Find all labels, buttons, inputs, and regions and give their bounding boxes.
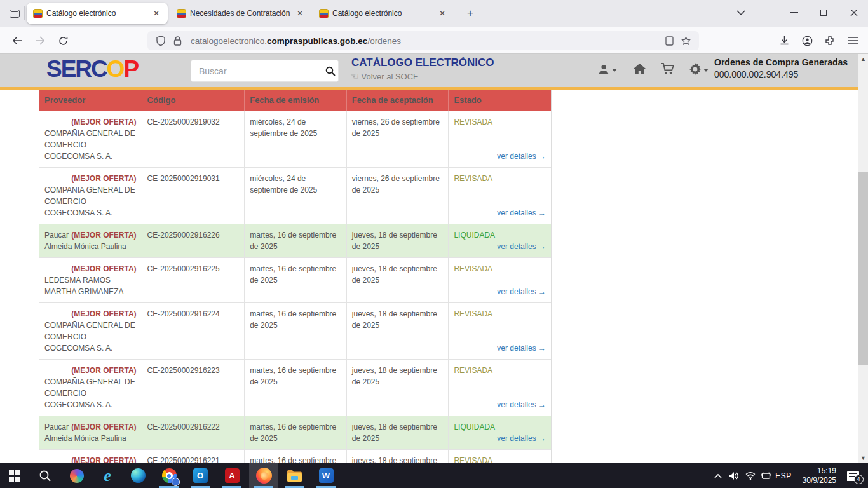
- ver-detalles-link[interactable]: ver detalles →: [497, 241, 546, 252]
- cell-proveedor: (MEJOR OFERTA)COMPAÑIA GENERAL DE COMERC…: [39, 360, 142, 416]
- firefox-icon[interactable]: [249, 463, 278, 488]
- firefox-view-icon[interactable]: [6, 6, 23, 21]
- clock[interactable]: 15:19 30/9/2025: [796, 463, 836, 488]
- cell-aceptacion: viernes, 26 de septiembre de 2025: [347, 168, 449, 224]
- table-row: (MEJOR OFERTA)LEDESMA RAMOS MARTHA GRIMA…: [39, 257, 551, 302]
- connect-display-icon[interactable]: [757, 463, 774, 488]
- file-explorer-icon[interactable]: [280, 463, 309, 488]
- cell-aceptacion: jueves, 18 de septiembre de 2025: [347, 416, 449, 449]
- chrome-icon[interactable]: [154, 463, 184, 488]
- table-header-row: Proveedor Código Fecha de emisión Fecha …: [39, 90, 551, 111]
- cell-estado: LIQUIDADA ver detalles →: [449, 224, 551, 257]
- scroll-down-icon[interactable]: ▼: [858, 453, 868, 463]
- ver-detalles-link[interactable]: ver detalles →: [497, 342, 546, 354]
- reader-mode-icon[interactable]: [661, 32, 677, 49]
- list-all-tabs-icon[interactable]: [729, 0, 752, 25]
- account-icon[interactable]: [797, 31, 817, 50]
- tab-separator: [24, 6, 25, 20]
- cell-proveedor: (MEJOR OFERTA)Paucar Almeida Mónica Paul…: [39, 224, 142, 257]
- bookmark-star-icon[interactable]: [677, 32, 694, 49]
- cell-estado: REVISADA ver detalles →: [449, 168, 551, 224]
- taskbar-search-icon[interactable]: [31, 463, 60, 488]
- page-title: CATÁLOGO ELECTRÓNICO: [351, 57, 494, 69]
- cell-estado: REVISADA ver detalles →: [449, 360, 551, 416]
- status-badge: REVISADA: [454, 263, 546, 274]
- status-badge: REVISADA: [454, 365, 546, 376]
- sercop-logo[interactable]: SERCOP: [46, 56, 138, 83]
- search-button[interactable]: [322, 60, 338, 81]
- search-input[interactable]: [191, 60, 322, 81]
- copilot-icon[interactable]: [62, 463, 92, 488]
- mejor-oferta-badge: (MEJOR OFERTA): [71, 365, 136, 376]
- tab-title: Necesidades de Contratación y: [190, 9, 290, 18]
- menu-icon[interactable]: [843, 31, 863, 50]
- volver-al-soce-link[interactable]: ☜ Volver al SOCE: [350, 71, 419, 82]
- ecuador-favicon: [33, 9, 43, 18]
- vertical-scrollbar[interactable]: ▲ ▼: [858, 54, 868, 463]
- volume-icon[interactable]: [726, 463, 742, 488]
- table-row: (MEJOR OFERTA)Paucar Almeida Mónica Paul…: [39, 224, 551, 257]
- tab-necesidades[interactable]: Necesidades de Contratación y ✕: [170, 3, 311, 24]
- home-icon[interactable]: [633, 63, 646, 75]
- table-row: (MEJOR OFERTA)COMPAÑIA GENERAL DE COMERC…: [39, 167, 551, 224]
- word-icon[interactable]: W: [311, 463, 341, 488]
- back-icon[interactable]: [8, 31, 27, 50]
- extensions-icon[interactable]: [820, 31, 840, 50]
- mejor-oferta-badge: (MEJOR OFERTA): [71, 116, 136, 128]
- outlook-icon[interactable]: O: [186, 463, 215, 488]
- language-indicator[interactable]: ESP: [773, 463, 794, 488]
- cell-estado: REVISADA ver detalles →: [449, 111, 551, 167]
- arrow-right-icon: →: [538, 287, 546, 296]
- shield-icon[interactable]: [153, 32, 169, 49]
- restore-button[interactable]: [811, 0, 836, 25]
- tray-chevron-icon[interactable]: [709, 463, 727, 488]
- tab-separator: [311, 6, 311, 20]
- tab-catalogo-1[interactable]: Catálogo electrónico ✕: [27, 3, 168, 24]
- user-menu-icon[interactable]: [597, 63, 617, 76]
- url-text[interactable]: catalogoelectronico.compraspublicas.gob.…: [191, 36, 661, 46]
- settings-gear-icon[interactable]: [689, 63, 709, 76]
- ecuador-favicon: [319, 9, 329, 18]
- cell-aceptacion: jueves, 18 de septiembre de 2025: [347, 258, 449, 302]
- cell-emision: martes, 16 de septiembre de 2025: [245, 360, 347, 416]
- minimize-button[interactable]: [782, 0, 807, 25]
- ver-detalles-link[interactable]: ver detalles →: [497, 207, 546, 219]
- reload-icon[interactable]: [53, 31, 72, 50]
- forward-icon[interactable]: [31, 31, 50, 50]
- url-bar[interactable]: catalogoelectronico.compraspublicas.gob.…: [147, 31, 699, 50]
- cell-emision: martes, 16 de septiembre de 2025: [245, 258, 347, 302]
- ver-detalles-link[interactable]: ver detalles →: [497, 286, 546, 297]
- tab-close-icon[interactable]: ✕: [294, 7, 306, 20]
- tab-close-icon[interactable]: ✕: [436, 7, 449, 20]
- start-button[interactable]: [0, 463, 29, 488]
- scrollbar-thumb[interactable]: [858, 172, 868, 365]
- lock-icon[interactable]: [169, 32, 186, 49]
- close-button[interactable]: [840, 0, 868, 25]
- ver-detalles-link[interactable]: ver detalles →: [497, 399, 546, 410]
- scroll-up-icon[interactable]: ▲: [858, 54, 868, 64]
- tab-catalogo-2[interactable]: Catálogo electrónico ✕: [313, 3, 454, 24]
- edge-icon[interactable]: [123, 463, 153, 488]
- ver-detalles-link[interactable]: ver detalles →: [497, 433, 546, 444]
- notification-center-icon[interactable]: 4: [840, 463, 865, 488]
- wifi-icon[interactable]: [742, 463, 759, 488]
- browser-window: Catálogo electrónico ✕ Necesidades de Co…: [0, 0, 868, 488]
- cell-proveedor: (MEJOR OFERTA)COMPAÑIA GENERAL DE COMERC…: [39, 168, 142, 224]
- status-badge: REVISADA: [454, 116, 546, 128]
- arrow-right-icon: →: [538, 344, 546, 353]
- downloads-icon[interactable]: [774, 31, 794, 50]
- cell-proveedor: (MEJOR OFERTA)Paucar Almeida Mónica Paul…: [39, 416, 142, 449]
- ver-detalles-link[interactable]: ver detalles →: [497, 151, 546, 162]
- cart-icon[interactable]: [661, 63, 675, 75]
- page-content: Proveedor Código Fecha de emisión Fecha …: [0, 90, 858, 463]
- new-tab-button[interactable]: +: [461, 5, 479, 22]
- site-search: [191, 60, 339, 82]
- internet-explorer-icon[interactable]: e: [93, 463, 122, 488]
- acrobat-icon[interactable]: A: [217, 463, 247, 488]
- col-fecha-emision: Fecha de emisión: [245, 90, 347, 111]
- cell-proveedor: (MEJOR OFERTA)COMPAÑIA GENERAL DE COMERC…: [39, 303, 142, 359]
- table-row: (MEJOR OFERTA)COMPAÑIA GENERAL DE COMERC…: [39, 302, 551, 359]
- status-badge: REVISADA: [454, 308, 546, 320]
- tab-title: Catálogo electrónico: [332, 9, 432, 18]
- tab-close-icon[interactable]: ✕: [150, 7, 163, 20]
